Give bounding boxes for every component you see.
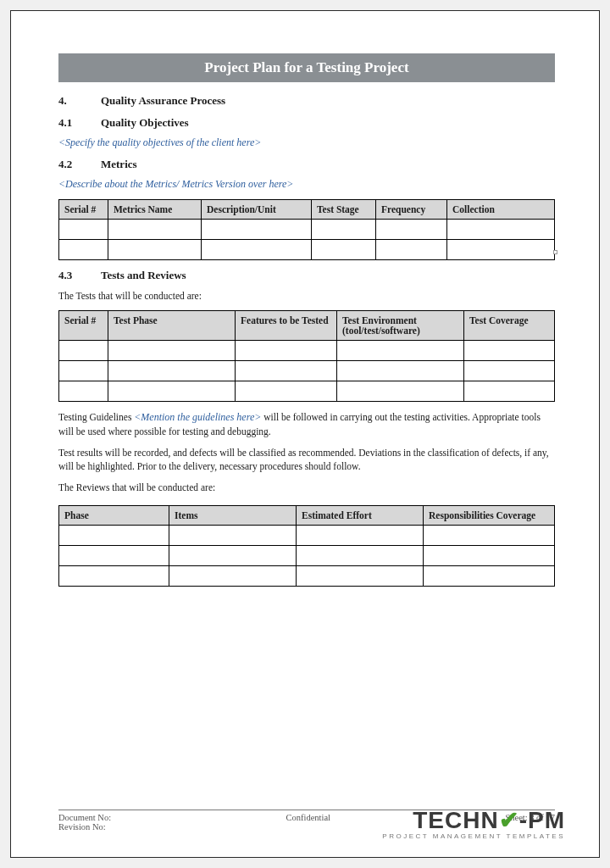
col-frequency: Frequency — [376, 200, 447, 220]
table-row — [59, 240, 555, 260]
resize-handle-icon — [553, 250, 557, 254]
table-row — [59, 525, 555, 545]
col-features: Features to be Tested — [236, 310, 337, 340]
section-number: 4.1 — [58, 116, 82, 130]
logo-check-icon: ✔ — [499, 807, 519, 833]
col-phase: Phase — [59, 505, 169, 525]
col-serial: Serial # — [59, 310, 108, 340]
table-header-row: Serial # Metrics Name Description/Unit T… — [59, 200, 555, 220]
section-number: 4.2 — [58, 158, 82, 171]
reviews-intro-text: The Reviews that will be conducted are: — [58, 481, 555, 495]
logo-text-post: -PM — [519, 807, 565, 833]
col-test-stage: Test Stage — [312, 200, 376, 220]
reviews-table: Phase Items Estimated Effort Responsibil… — [58, 505, 555, 587]
metrics-table: Serial # Metrics Name Description/Unit T… — [58, 199, 555, 260]
logo-subtitle: PROJECT MANAGEMENT TEMPLATES — [382, 832, 565, 840]
table-row — [59, 381, 555, 401]
guidelines-paragraph: Testing Guidelines <Mention the guidelin… — [58, 410, 555, 439]
section-title: Metrics — [101, 158, 137, 171]
section-4-1: 4.1 Quality Objectives — [58, 116, 555, 130]
section-4-2: 4.2 Metrics — [58, 158, 555, 171]
col-serial: Serial # — [59, 200, 108, 220]
placeholder-metrics: <Describe about the Metrics/ Metrics Ver… — [58, 178, 555, 191]
table-row — [59, 545, 555, 565]
col-coverage: Test Coverage — [464, 310, 555, 340]
table-row — [59, 360, 555, 381]
col-collection: Collection — [447, 200, 555, 220]
tests-table: Serial # Test Phase Features to be Teste… — [58, 310, 555, 402]
section-number: 4.3 — [58, 269, 82, 282]
guidelines-pre-text: Testing Guidelines — [58, 412, 134, 422]
table-row — [59, 565, 555, 586]
col-metrics-name: Metrics Name — [108, 200, 202, 220]
placeholder-guidelines: <Mention the guidelines here> — [134, 411, 261, 423]
section-4-3: 4.3 Tests and Reviews — [58, 269, 555, 282]
document-page: Project Plan for a Testing Project 4. Qu… — [10, 10, 600, 858]
table-row — [59, 340, 555, 360]
results-paragraph: Test results will be recorded, and defec… — [58, 446, 555, 474]
placeholder-quality-objectives: <Specify the quality objectives of the c… — [58, 136, 555, 149]
table-header-row: Serial # Test Phase Features to be Teste… — [59, 310, 555, 340]
footer-center: Confidential — [286, 813, 331, 822]
brand-logo: TECHN✔-PM PROJECT MANAGEMENT TEMPLATES — [382, 806, 565, 840]
section-number: 4. — [58, 94, 82, 108]
section-4: 4. Quality Assurance Process — [58, 94, 555, 108]
footer-docno: Document No: — [58, 813, 111, 822]
logo-text-pre: TECHN — [413, 807, 498, 833]
section-title: Quality Assurance Process — [101, 94, 225, 108]
table-header-row: Phase Items Estimated Effort Responsibil… — [59, 505, 555, 525]
section-title: Tests and Reviews — [101, 269, 186, 282]
col-test-phase: Test Phase — [108, 310, 236, 340]
page-title: Project Plan for a Testing Project — [58, 53, 555, 82]
col-effort: Estimated Effort — [297, 505, 424, 525]
tests-intro-text: The Tests that will be conducted are: — [58, 289, 555, 303]
col-responsibilities: Responsibilities Coverage — [424, 505, 555, 525]
section-title: Quality Objectives — [101, 116, 189, 130]
col-environment: Test Environment (tool/test/software) — [337, 310, 464, 340]
table-row — [59, 220, 555, 240]
col-items: Items — [169, 505, 297, 525]
col-description: Description/Unit — [202, 200, 312, 220]
